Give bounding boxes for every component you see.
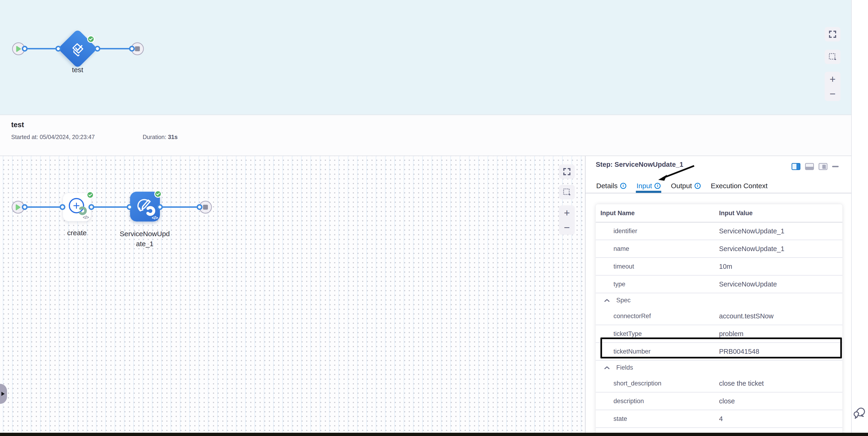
section-label: Fields [616,364,633,371]
connector-port[interactable] [157,204,163,210]
table-body: identifier ServiceNowUpdate_1 name Servi… [596,223,842,436]
input-name: type [614,281,625,288]
input-name: short_description [614,380,661,387]
minimize-panel-icon[interactable] [832,166,839,167]
marquee-select-icon [563,188,571,196]
table-row: short_description close the ticket [596,375,842,393]
connector-port[interactable] [197,204,203,210]
step-panel-tabs: Details Input Output Execution Context [586,179,851,193]
right-gutter [851,0,868,436]
table-header-row: Input Name Input Value [596,204,842,223]
layout-right-icon[interactable] [792,163,800,170]
connector-port[interactable] [56,46,61,52]
stop-icon [203,205,208,210]
table-section-header[interactable]: Spec [596,293,842,307]
success-badge-icon [87,191,94,199]
input-value: ServiceNowUpdate_1 [719,227,784,235]
annotation-arrow [653,163,699,185]
input-name: ticketType [614,330,642,337]
step-node-label[interactable]: ServiceNowUpdate_1 [119,229,170,249]
section-label: Spec [616,297,631,304]
layout-float-icon[interactable] [818,163,828,170]
input-value: problem [719,330,744,338]
duration-label: Duration: [143,134,166,140]
input-name: name [614,245,629,253]
started-value: 05/04/2024, 20:23:47 [40,134,95,140]
ticket-number-highlight-box [600,337,842,359]
table-section-header[interactable]: Fields [596,361,842,375]
zoom-in-icon[interactable]: + [564,208,570,218]
input-name: description [614,398,644,405]
connector-port[interactable] [22,204,28,210]
run-title: test [11,121,24,129]
table-row: name ServiceNowUpdate_1 [596,240,842,258]
connector-port[interactable] [89,204,94,210]
input-name: state [614,415,627,423]
column-header-input-value: Input Value [719,210,753,217]
step-node-servicenow-update[interactable]: </> [130,192,160,222]
input-value: ServiceNowUpdate [719,280,777,288]
fullscreen-icon [829,31,836,38]
approval-step-icon [71,42,85,57]
column-header-input-name: Input Name [600,210,635,217]
tab-details[interactable]: Details [596,179,626,193]
connector-port[interactable] [60,204,65,210]
success-badge-icon [87,35,95,43]
started-label: Started at: [11,134,38,140]
input-value: ServiceNowUpdate_1 [719,245,784,253]
table-row: timeout 10m [596,258,842,275]
code-icon: </> [83,215,89,220]
table-row: type ServiceNowUpdate [596,275,842,293]
code-icon: </> [152,215,158,221]
zoom-out-icon[interactable]: − [830,89,836,99]
input-value: 4 [719,415,723,423]
input-value: close [719,397,735,405]
chevron-up-icon [604,299,610,302]
zoom-controls: + − [825,72,840,101]
input-value: account.testSNow [719,312,774,320]
table-row: state 4 [596,410,842,428]
duration-value: 31s [168,134,178,140]
chevron-up-icon [604,366,610,369]
table-row: connectorRef account.testSNow [596,307,842,325]
pipeline-execution-page: test + − test Started at: 05/04/2024, 20… [0,0,868,436]
tab-execution-context[interactable]: Execution Context [711,179,768,193]
zoom-controls: + − [559,205,575,235]
input-value: close the ticket [719,380,764,387]
input-name: timeout [614,263,634,270]
chevron-right-icon [0,391,6,397]
fullscreen-button[interactable] [559,164,575,179]
play-icon [16,46,22,52]
connector-port[interactable] [22,46,28,52]
chat-help-button[interactable] [853,406,867,420]
chat-icon [854,408,865,418]
play-icon [16,204,21,210]
stage-connector-line [24,206,199,208]
table-row: description close [596,393,842,410]
marquee-select-button[interactable] [825,49,840,64]
run-duration: Duration: 31s [143,134,178,140]
info-icon[interactable] [620,183,626,189]
input-name: identifier [614,228,637,235]
step-node-create[interactable]: + </> [62,193,91,222]
run-started-at: Started at: 05/04/2024, 20:23:47 [11,134,95,140]
connector-port[interactable] [129,46,135,52]
stop-icon [135,46,140,51]
layout-bottom-icon[interactable] [805,163,814,170]
marquee-select-icon [829,53,837,61]
connector-port[interactable] [95,46,100,52]
marquee-select-button[interactable] [559,185,575,199]
bottom-screen-edge [0,433,868,436]
fullscreen-button[interactable] [825,27,840,41]
zoom-out-icon[interactable]: − [564,223,570,233]
input-name: connectorRef [614,312,651,320]
connector-port[interactable] [127,204,133,210]
fullscreen-icon [563,168,570,175]
panel-layout-controls [792,163,839,170]
success-badge-icon [154,190,162,198]
step-node-label[interactable]: create [54,228,100,238]
input-table-card: Input Name Input Value identifier Servic… [596,204,842,436]
pipeline-canvas[interactable]: test + − [0,0,851,115]
table-row: identifier ServiceNowUpdate_1 [596,223,842,240]
zoom-in-icon[interactable]: + [830,74,836,84]
